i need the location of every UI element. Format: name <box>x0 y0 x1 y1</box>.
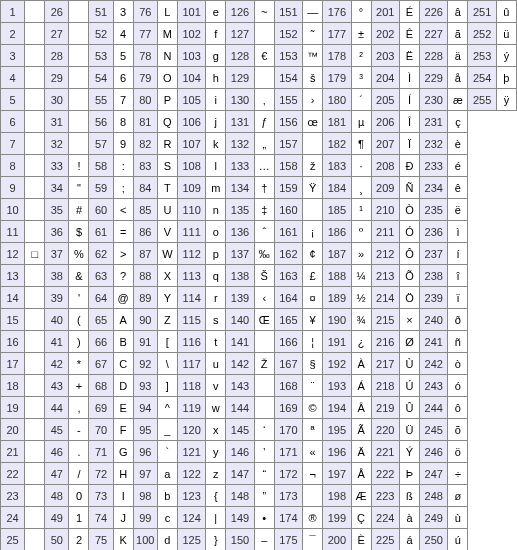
code-cell: 27 <box>45 23 69 45</box>
code-cell: 49 <box>45 507 69 529</box>
char-cell: U <box>157 199 177 221</box>
code-cell: 236 <box>419 221 447 243</box>
code-cell: 249 <box>419 507 447 529</box>
code-cell: 123 <box>177 485 205 507</box>
code-cell: 163 <box>274 265 302 287</box>
code-cell: 22 <box>1 463 25 485</box>
char-cell <box>25 309 45 331</box>
code-cell: 82 <box>133 133 157 155</box>
code-cell: 202 <box>371 23 399 45</box>
char-cell: ² <box>351 45 371 67</box>
char-cell: Ÿ <box>303 177 323 199</box>
code-cell: 94 <box>133 397 157 419</box>
char-code-table: 12651376L101e126~151—176°201É226â251û227… <box>0 0 517 550</box>
char-cell: £ <box>303 265 323 287</box>
code-cell: 165 <box>274 309 302 331</box>
char-cell: ˜ <box>303 23 323 45</box>
code-cell: 33 <box>45 155 69 177</box>
code-cell: 251 <box>468 1 496 23</box>
char-cell: \ <box>157 353 177 375</box>
code-cell: 71 <box>89 441 113 463</box>
char-cell: Î <box>399 111 419 133</box>
code-cell: 41 <box>45 331 69 353</box>
code-cell: 11 <box>1 221 25 243</box>
char-cell: á <box>399 529 419 551</box>
char-cell <box>69 111 89 133</box>
code-cell: 134 <box>226 177 254 199</box>
code-cell: 169 <box>274 397 302 419</box>
code-cell: 45 <box>45 419 69 441</box>
code-cell: 72 <box>89 463 113 485</box>
char-cell: ‚ <box>254 89 274 111</box>
char-cell: t <box>206 331 226 353</box>
code-cell: 191 <box>323 331 351 353</box>
code-cell: 232 <box>419 133 447 155</box>
char-cell: ˆ <box>254 221 274 243</box>
char-cell: x <box>206 419 226 441</box>
char-cell: Ì <box>399 67 419 89</box>
code-cell: 199 <box>323 507 351 529</box>
char-cell: ¹ <box>351 199 371 221</box>
code-cell: 48 <box>45 485 69 507</box>
code-cell: 223 <box>371 485 399 507</box>
char-cell <box>25 287 45 309</box>
char-cell: ¬ <box>303 463 323 485</box>
code-cell: 234 <box>419 177 447 199</box>
code-cell: 1 <box>1 1 25 23</box>
code-cell: 132 <box>226 133 254 155</box>
code-cell: 36 <box>45 221 69 243</box>
char-cell: @ <box>113 287 133 309</box>
code-cell: 139 <box>226 287 254 309</box>
code-cell: 177 <box>323 23 351 45</box>
code-cell: 171 <box>274 441 302 463</box>
char-cell: ž <box>303 155 323 177</box>
code-cell: 147 <box>226 463 254 485</box>
code-cell: 100 <box>133 529 157 551</box>
code-cell: 38 <box>45 265 69 287</box>
char-cell: + <box>69 375 89 397</box>
code-cell: 117 <box>177 353 205 375</box>
char-cell: Ü <box>399 419 419 441</box>
code-cell: 146 <box>226 441 254 463</box>
char-cell: × <box>399 309 419 331</box>
code-cell: 95 <box>133 419 157 441</box>
code-cell: 133 <box>226 155 254 177</box>
char-cell: 5 <box>113 45 133 67</box>
code-cell: 43 <box>45 375 69 397</box>
code-cell: 124 <box>177 507 205 529</box>
char-cell: Æ <box>351 485 371 507</box>
code-cell: 54 <box>89 67 113 89</box>
char-cell: ç <box>448 111 468 133</box>
code-cell: 253 <box>468 45 496 67</box>
code-cell: 103 <box>177 45 205 67</box>
char-cell <box>25 485 45 507</box>
code-cell: 93 <box>133 375 157 397</box>
char-cell <box>25 353 45 375</box>
code-cell: 235 <box>419 199 447 221</box>
code-cell: 7 <box>1 133 25 155</box>
char-cell: n <box>206 199 226 221</box>
char-cell: ' <box>69 287 89 309</box>
code-cell: 129 <box>226 67 254 89</box>
char-cell <box>25 177 45 199</box>
char-cell: à <box>399 507 419 529</box>
char-cell: ; <box>113 177 133 199</box>
code-cell: 209 <box>371 177 399 199</box>
code-cell: 218 <box>371 375 399 397</box>
code-cell: 224 <box>371 507 399 529</box>
char-cell <box>25 45 45 67</box>
char-cell: ¿ <box>351 331 371 353</box>
code-cell: 88 <box>133 265 157 287</box>
char-cell: · <box>351 155 371 177</box>
char-cell: Þ <box>399 463 419 485</box>
code-cell: 155 <box>274 89 302 111</box>
code-cell: 205 <box>371 89 399 111</box>
char-cell <box>303 199 323 221</box>
char-cell: ø <box>448 485 468 507</box>
char-cell: ” <box>254 485 274 507</box>
code-cell: 31 <box>45 111 69 133</box>
char-cell: D <box>113 375 133 397</box>
char-cell: ’ <box>254 441 274 463</box>
char-cell: ¢ <box>303 243 323 265</box>
char-cell <box>25 529 45 551</box>
